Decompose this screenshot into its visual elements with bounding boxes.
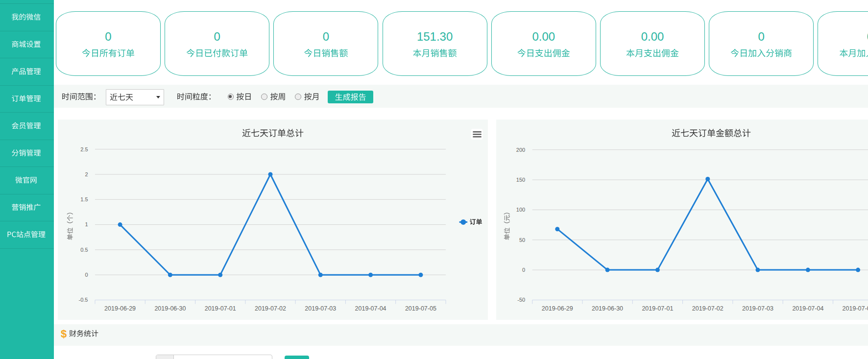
svg-text:150: 150 <box>516 176 525 182</box>
svg-text:2019-06-29: 2019-06-29 <box>104 305 136 311</box>
svg-text:2: 2 <box>85 171 88 177</box>
svg-text:2019-07-04: 2019-07-04 <box>355 305 386 311</box>
svg-text:2019-06-29: 2019-06-29 <box>542 305 573 311</box>
svg-text:2019-07-04: 2019-07-04 <box>792 305 823 311</box>
svg-text:0: 0 <box>85 272 88 278</box>
svg-text:2019-07-02: 2019-07-02 <box>255 305 286 311</box>
svg-text:2019-07-03: 2019-07-03 <box>305 305 336 311</box>
svg-text:2019-07-05: 2019-07-05 <box>843 305 868 311</box>
svg-text:-50: -50 <box>517 297 525 303</box>
svg-text:2019-07-05: 2019-07-05 <box>405 305 436 311</box>
svg-text:200: 200 <box>516 146 525 152</box>
svg-text:50: 50 <box>519 237 525 242</box>
svg-text:100: 100 <box>516 207 525 213</box>
svg-text:1.5: 1.5 <box>80 196 88 202</box>
svg-text:1: 1 <box>85 221 88 227</box>
svg-text:2019-07-02: 2019-07-02 <box>692 305 723 311</box>
svg-text:2019-07-03: 2019-07-03 <box>742 305 773 311</box>
svg-text:2019-06-30: 2019-06-30 <box>154 305 186 311</box>
svg-text:-0.5: -0.5 <box>79 297 88 303</box>
svg-text:2019-07-01: 2019-07-01 <box>205 305 236 311</box>
svg-text:2019-06-30: 2019-06-30 <box>592 305 623 311</box>
svg-text:2019-07-01: 2019-07-01 <box>642 305 673 311</box>
svg-text:0: 0 <box>522 266 525 272</box>
svg-text:0.5: 0.5 <box>80 246 88 252</box>
svg-text:2.5: 2.5 <box>80 146 88 152</box>
